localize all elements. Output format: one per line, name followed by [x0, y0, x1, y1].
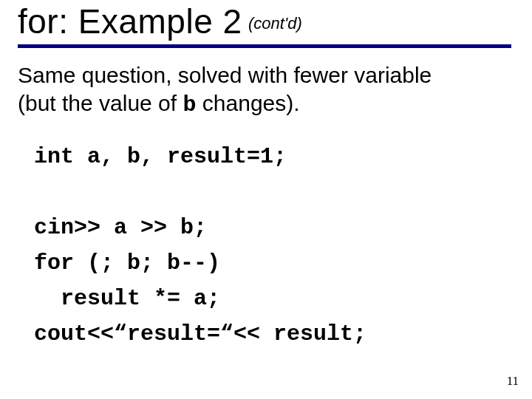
code-line-3: cin>> a >> b; — [34, 215, 207, 240]
slide-title-row: for: Example 2 (cont'd) — [18, 0, 514, 41]
body-line-1: Same question, solved with fewer variabl… — [18, 63, 432, 87]
title-underline — [18, 44, 511, 48]
code-line-1: int a, b, result=1; — [34, 144, 287, 169]
body-line-2-post: changes). — [197, 91, 300, 115]
page-number: 11 — [507, 374, 519, 389]
slide-title-suffix: (cont'd) — [248, 14, 302, 33]
code-line-5: result *= a; — [34, 286, 220, 311]
slide: for: Example 2 (cont'd) Same question, s… — [0, 0, 532, 399]
code-block: int a, b, result=1; cin>> a >> b; for (;… — [34, 139, 514, 352]
body-line-2-pre: (but the value of — [18, 91, 183, 115]
inline-code-b: b — [183, 92, 196, 117]
body-text: Same question, solved with fewer variabl… — [18, 61, 514, 120]
slide-title: for: Example 2 — [18, 2, 242, 41]
code-line-4: for (; b; b--) — [34, 250, 220, 276]
code-line-6: cout<<“result=“<< result; — [34, 321, 366, 347]
